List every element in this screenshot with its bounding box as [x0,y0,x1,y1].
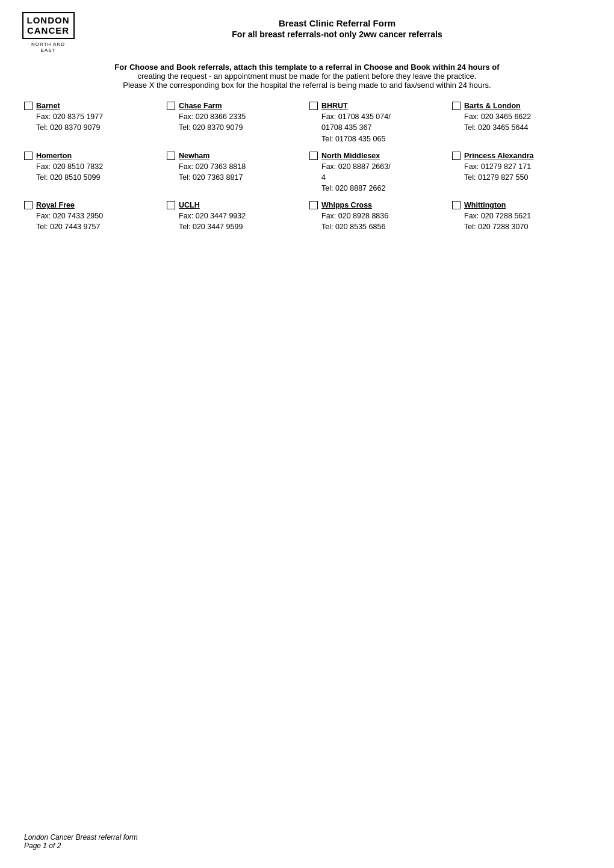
notice-line2: creating the request - an appointment mu… [24,72,590,81]
hospital-entry-whittington: WhittingtonFax: 020 7288 5621Tel: 020 72… [452,200,590,232]
hospital-name: North Middlesex [321,150,391,161]
footer-line2: Page 1 of 2 [24,842,138,850]
hospital-fax: Fax: 020 8887 2663/ [321,161,391,172]
form-subtitle: For all breast referrals-not only 2ww ca… [84,29,590,39]
hospital-tel: Tel: 020 8370 9079 [179,122,246,133]
hospital-checkbox-north-middlesex[interactable] [309,152,318,160]
hospital-fax: Fax: 020 7433 2950 [36,211,103,221]
footer: London Cancer Breast referral form Page … [24,833,138,850]
hospital-checkbox-whipps-cross[interactable] [309,201,318,209]
hospital-name: Whipps Cross [321,200,388,211]
hospital-entry-homerton: HomertonFax: 020 8510 7832Tel: 020 8510 … [24,150,162,194]
notice-area: For Choose and Book referrals, attach th… [24,63,590,90]
hospital-tel: Tel: 020 3465 5644 [464,122,531,133]
hospital-tel: Tel: 020 8887 2662 [321,183,391,194]
hospital-checkbox-princess-alexandra[interactable] [452,152,460,160]
hospital-tel: Tel: 020 8510 5099 [36,172,103,183]
footer-line1: London Cancer Breast referral form [24,833,138,842]
logo-cancer: CANCER [27,26,70,36]
hospital-name: Princess Alexandra [464,150,534,161]
hospital-entry-whipps-cross: Whipps CrossFax: 020 8928 8836Tel: 020 8… [309,200,447,232]
hospital-fax: Fax: 020 8510 7832 [36,161,103,172]
hospital-entry-uclh: UCLHFax: 020 3447 9932Tel: 020 3447 9599 [167,200,305,232]
hospital-entry-bhrut: BHRUTFax: 01708 435 074/01708 435 367Tel… [309,100,447,144]
notice-line3: Please X the corresponding box for the h… [24,81,590,90]
hospital-fax: Fax: 020 8375 1977 [36,111,103,122]
hospital-name: Homerton [36,150,103,161]
logo: LONDON CANCER NORTH AND EAST [24,12,72,53]
hospital-fax: Fax: 01279 827 171 [464,161,534,172]
hospital-tel: Tel: 020 8535 6856 [321,221,388,232]
hospitals-grid: BarnetFax: 020 8375 1977Tel: 020 8370 90… [24,100,590,232]
hospital-tel: Tel: 020 3447 9599 [179,221,246,232]
hospital-entry-north-middlesex: North MiddlesexFax: 020 8887 2663/4Tel: … [309,150,447,194]
hospital-fax: Fax: 020 7288 5621 [464,211,531,221]
hospital-name: Whittington [464,200,531,211]
hospital-entry-barts-&-london: Barts & LondonFax: 020 3465 6622Tel: 020… [452,100,590,144]
hospital-entry-chase-farm: Chase FarmFax: 020 8366 2335Tel: 020 837… [167,100,305,144]
title-area: Breast Clinic Referral Form For all brea… [84,12,590,39]
hospital-entry-princess-alexandra: Princess AlexandraFax: 01279 827 171Tel:… [452,150,590,194]
hospital-name: UCLH [179,200,246,211]
hospital-checkbox-royal-free[interactable] [24,201,33,209]
hospital-name: Chase Farm [179,100,246,111]
logo-sub: NORTH AND EAST [24,42,72,53]
hospital-tel: Tel: 020 8370 9079 [36,122,103,133]
hospital-checkbox-whittington[interactable] [452,201,460,209]
hospital-name: Barts & London [464,100,531,111]
hospital-tel: Tel: 01279 827 550 [464,172,534,183]
hospital-entry-newham: NewhamFax: 020 7363 8818Tel: 020 7363 88… [167,150,305,194]
hospital-fax-line2: 4 [321,172,391,183]
header-area: LONDON CANCER NORTH AND EAST Breast Clin… [24,12,590,53]
hospital-fax: Fax: 020 8928 8836 [321,211,388,221]
hospital-name: Newham [179,150,246,161]
hospital-tel: Tel: 020 7363 8817 [179,172,246,183]
logo-box: LONDON CANCER [22,12,75,39]
hospital-tel: Tel: 020 7288 3070 [464,221,531,232]
hospital-name: BHRUT [321,100,391,111]
hospital-fax-line2: 01708 435 367 [321,122,391,133]
hospital-checkbox-chase-farm[interactable] [167,102,175,110]
hospital-tel: Tel: 020 7443 9757 [36,221,103,232]
hospital-fax: Fax: 020 8366 2335 [179,111,246,122]
hospital-checkbox-barts-&-london[interactable] [452,102,460,110]
hospital-name: Royal Free [36,200,103,211]
hospital-checkbox-homerton[interactable] [24,152,33,160]
hospital-checkbox-barnet[interactable] [24,102,33,110]
notice-line1: For Choose and Book referrals, attach th… [24,63,590,72]
form-title: Breast Clinic Referral Form [84,18,590,28]
hospital-entry-royal-free: Royal FreeFax: 020 7433 2950Tel: 020 744… [24,200,162,232]
hospital-tel: Tel: 01708 435 065 [321,134,391,144]
hospital-fax: Fax: 01708 435 074/ [321,111,391,122]
hospital-fax: Fax: 020 7363 8818 [179,161,246,172]
hospital-fax: Fax: 020 3447 9932 [179,211,246,221]
hospital-name: Barnet [36,100,103,111]
hospital-checkbox-uclh[interactable] [167,201,175,209]
hospital-checkbox-bhrut[interactable] [309,102,318,110]
hospital-entry-barnet: BarnetFax: 020 8375 1977Tel: 020 8370 90… [24,100,162,144]
logo-london: LONDON [27,16,70,26]
hospital-fax: Fax: 020 3465 6622 [464,111,531,122]
hospital-checkbox-newham[interactable] [167,152,175,160]
